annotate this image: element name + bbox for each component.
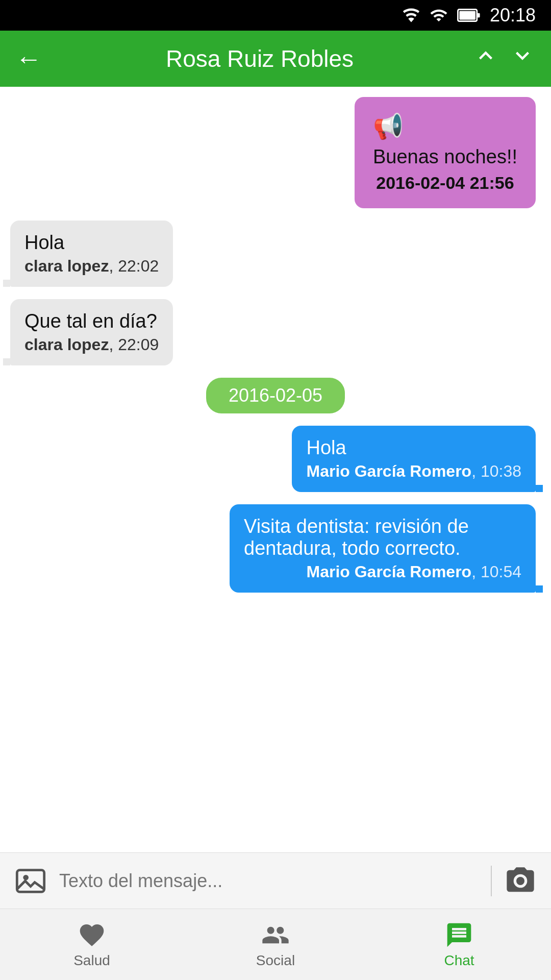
msg2-sender: clara lopez	[24, 335, 109, 354]
signal-icon	[430, 6, 448, 24]
svg-rect-1	[477, 13, 480, 18]
msg1-sender: clara lopez	[24, 257, 109, 275]
msg1-meta: clara lopez, 22:02	[24, 257, 159, 276]
announcement-bubble: 📢 Buenas noches!! 2016-02-04 21:56	[355, 97, 536, 208]
header: ← Rosa Ruiz Robles	[0, 31, 551, 87]
msg3-time-sep: ,	[471, 462, 481, 480]
input-divider	[491, 866, 492, 896]
social-icon	[261, 921, 290, 949]
received-bubble-1: Hola clara lopez, 22:02	[10, 220, 173, 287]
sent-bubble-1: Hola Mario García Romero, 10:38	[292, 426, 536, 492]
received-bubble-2: Que tal en día? clara lopez, 22:09	[10, 299, 173, 365]
announcement-text: Buenas noches!!	[373, 146, 517, 168]
sent-bubble-2: Visita dentista: revisión de dentadura, …	[230, 504, 536, 593]
wifi-icon	[402, 6, 420, 24]
msg1-time: 22:02	[118, 257, 159, 275]
msg2-time-sep: ,	[109, 335, 118, 354]
nav-item-chat[interactable]: Chat	[367, 921, 551, 969]
nav-label-chat: Chat	[444, 952, 474, 969]
nav-up-button[interactable]	[472, 42, 499, 75]
message-input[interactable]	[59, 863, 483, 899]
image-icon	[14, 865, 47, 897]
svg-point-4	[23, 875, 29, 880]
chat-area: 📢 Buenas noches!! 2016-02-04 21:56 Hola …	[0, 87, 551, 852]
msg4-text: Visita dentista: revisión de dentadura, …	[244, 516, 521, 559]
heart-icon	[78, 921, 106, 949]
msg4-time-sep: ,	[471, 562, 481, 581]
msg2-meta: clara lopez, 22:09	[24, 335, 159, 354]
status-bar: 20:18	[0, 0, 551, 31]
msg3-text: Hola	[306, 437, 521, 459]
chat-icon	[445, 921, 473, 949]
input-bar	[0, 852, 551, 909]
date-separator: 2016-02-05	[206, 378, 345, 413]
camera-icon	[504, 865, 537, 897]
nav-label-social: Social	[256, 952, 295, 969]
announcement-meta: 2016-02-04 21:56	[373, 173, 517, 193]
msg3-meta: Mario García Romero, 10:38	[306, 462, 521, 481]
nav-item-social[interactable]: Social	[184, 921, 367, 969]
msg3-time: 10:38	[481, 462, 521, 480]
msg4-meta: Mario García Romero, 10:54	[244, 562, 521, 581]
camera-button[interactable]	[500, 861, 541, 901]
msg1-time-sep: ,	[109, 257, 118, 275]
image-picker-button[interactable]	[10, 861, 51, 901]
status-time: 20:18	[490, 5, 536, 26]
msg4-sender: Mario García Romero	[306, 562, 471, 581]
header-nav	[472, 42, 536, 75]
msg1-text: Hola	[24, 232, 159, 254]
msg2-time: 22:09	[118, 335, 159, 354]
bottom-nav: Salud Social Chat	[0, 909, 551, 980]
nav-label-salud: Salud	[73, 952, 110, 969]
battery-icon	[457, 6, 481, 24]
msg2-text: Que tal en día?	[24, 310, 159, 332]
nav-item-salud[interactable]: Salud	[0, 921, 184, 969]
back-button[interactable]: ←	[15, 43, 42, 74]
svg-point-5	[516, 877, 524, 885]
header-title: Rosa Ruiz Robles	[57, 45, 462, 72]
nav-down-button[interactable]	[509, 42, 536, 75]
svg-rect-2	[459, 11, 475, 19]
megaphone-icon: 📢	[373, 112, 517, 141]
msg3-sender: Mario García Romero	[306, 462, 471, 480]
msg4-time: 10:54	[481, 562, 521, 581]
svg-rect-3	[17, 870, 44, 892]
